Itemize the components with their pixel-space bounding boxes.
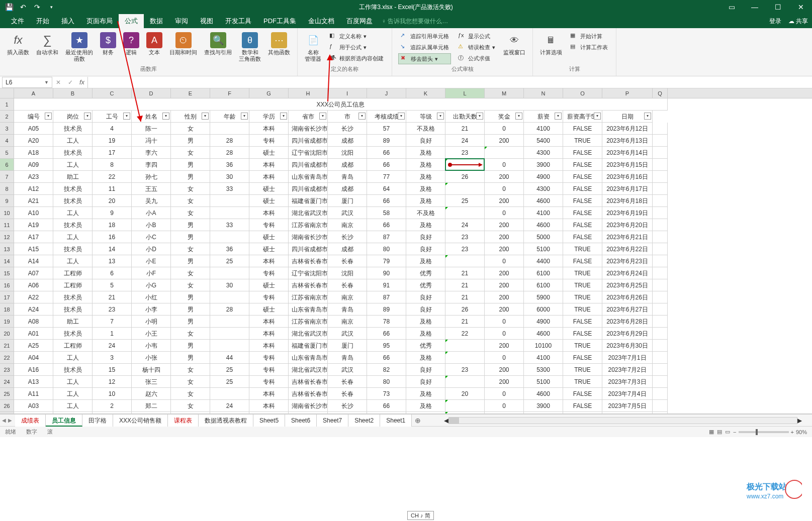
show-formulas-button[interactable]: ƒx显示公式 bbox=[456, 31, 497, 41]
data-cell[interactable]: 女 bbox=[171, 147, 210, 159]
filter-dropdown-icon[interactable]: ▾ bbox=[644, 113, 651, 120]
data-cell[interactable]: 及格 bbox=[406, 195, 445, 207]
data-cell[interactable]: 24 bbox=[445, 135, 485, 147]
data-cell[interactable]: 66 bbox=[367, 195, 406, 207]
data-cell[interactable]: 89 bbox=[367, 303, 406, 316]
data-cell[interactable]: 2023年7月4日 bbox=[602, 388, 653, 400]
data-cell[interactable] bbox=[445, 400, 485, 412]
data-cell[interactable]: 2023年6月17日 bbox=[602, 183, 653, 195]
data-cell[interactable] bbox=[485, 147, 524, 159]
data-cell[interactable]: 2023年7月3日 bbox=[602, 376, 653, 388]
data-cell[interactable]: 66 bbox=[367, 352, 406, 364]
data-cell[interactable]: 工人 bbox=[53, 159, 93, 171]
qat-more-icon[interactable]: ▾ bbox=[47, 3, 55, 11]
data-cell[interactable]: 男 bbox=[171, 135, 210, 147]
data-cell[interactable]: 2023年6月14日 bbox=[602, 147, 653, 159]
data-cell[interactable] bbox=[653, 352, 668, 364]
data-cell[interactable]: 技术员 bbox=[53, 183, 93, 195]
data-cell[interactable]: 4300 bbox=[524, 147, 563, 159]
row-header[interactable]: 8 bbox=[0, 183, 14, 195]
sheet-tab-数据透视表教程[interactable]: 数据透视表教程 bbox=[199, 414, 253, 427]
data-cell[interactable]: 孙七 bbox=[132, 171, 171, 183]
data-cell[interactable]: 95 bbox=[367, 340, 406, 352]
data-cell[interactable]: 江苏省南京市 bbox=[289, 291, 328, 303]
data-cell[interactable]: 5000 bbox=[524, 231, 563, 243]
data-cell[interactable]: 21 bbox=[93, 291, 132, 303]
data-cell[interactable]: 2023年6月15日 bbox=[602, 159, 653, 171]
data-cell[interactable]: FALSE bbox=[563, 388, 602, 400]
sheet-tab-课程表[interactable]: 课程表 bbox=[168, 414, 199, 427]
data-cell[interactable]: A11 bbox=[14, 388, 53, 400]
data-cell[interactable]: 青岛 bbox=[328, 352, 367, 364]
data-cell[interactable]: TRUE bbox=[563, 291, 602, 303]
filter-dropdown-icon[interactable]: ▾ bbox=[162, 113, 169, 120]
save-icon[interactable]: 💾 bbox=[5, 3, 13, 11]
data-cell[interactable]: 女 bbox=[171, 364, 210, 376]
col-header-C[interactable]: C bbox=[93, 88, 132, 98]
data-cell[interactable]: 及格 bbox=[406, 183, 445, 195]
data-cell[interactable] bbox=[653, 388, 668, 400]
data-cell[interactable]: 2023年6月29日 bbox=[602, 328, 653, 340]
data-cell[interactable]: 及格 bbox=[406, 316, 445, 328]
sheet-tab-成绩表[interactable]: 成绩表 bbox=[15, 414, 46, 427]
data-cell[interactable]: 小红 bbox=[132, 291, 171, 303]
data-cell[interactable]: 工人 bbox=[53, 135, 93, 147]
data-cell[interactable]: A18 bbox=[14, 147, 53, 159]
data-cell[interactable]: 30 bbox=[210, 279, 249, 291]
scroll-right-icon[interactable]: ▶ bbox=[797, 417, 802, 424]
data-cell[interactable]: 王五 bbox=[132, 183, 171, 195]
menu-tab-百度网盘[interactable]: 百度网盘 bbox=[340, 14, 379, 28]
data-cell[interactable]: A25 bbox=[14, 340, 53, 352]
data-cell[interactable]: 技术员 bbox=[53, 328, 93, 340]
data-cell[interactable]: 28 bbox=[210, 303, 249, 316]
data-cell[interactable]: 2023年6月30日 bbox=[602, 340, 653, 352]
data-cell[interactable]: 6100 bbox=[524, 279, 563, 291]
data-cell[interactable]: 25 bbox=[210, 364, 249, 376]
filter-dropdown-icon[interactable]: ▾ bbox=[241, 113, 248, 120]
data-cell[interactable]: 0 bbox=[485, 207, 524, 219]
data-cell[interactable]: 长春 bbox=[328, 388, 367, 400]
data-cell[interactable]: 5900 bbox=[524, 291, 563, 303]
data-cell[interactable]: 4600 bbox=[524, 195, 563, 207]
row-header[interactable]: 2 bbox=[0, 111, 14, 123]
data-cell[interactable] bbox=[445, 352, 485, 364]
data-cell[interactable]: 33 bbox=[210, 219, 249, 231]
data-cell[interactable]: 80 bbox=[367, 243, 406, 255]
row-header[interactable]: 14 bbox=[0, 255, 14, 267]
data-cell[interactable]: 女 bbox=[171, 400, 210, 412]
data-cell[interactable]: 64 bbox=[367, 183, 406, 195]
data-cell[interactable]: 2023年6月20日 bbox=[602, 219, 653, 231]
undo-icon[interactable]: ↶ bbox=[19, 3, 27, 11]
filter-dropdown-icon[interactable]: ▾ bbox=[45, 113, 52, 120]
data-cell[interactable]: 山东省青岛市 bbox=[289, 352, 328, 364]
data-cell[interactable]: FALSE bbox=[563, 219, 602, 231]
data-cell[interactable]: A13 bbox=[14, 376, 53, 388]
row-header[interactable]: 18 bbox=[0, 303, 14, 316]
row-header[interactable]: 24 bbox=[0, 376, 14, 388]
data-cell[interactable]: 5300 bbox=[524, 364, 563, 376]
data-cell[interactable]: FALSE bbox=[563, 195, 602, 207]
zoom-in-button[interactable]: + bbox=[791, 429, 794, 435]
data-cell[interactable]: 23 bbox=[93, 303, 132, 316]
data-cell[interactable]: 4100 bbox=[524, 207, 563, 219]
data-cell[interactable]: 82 bbox=[367, 364, 406, 376]
data-cell[interactable]: 77 bbox=[367, 171, 406, 183]
data-cell[interactable]: 成都 bbox=[328, 159, 367, 171]
data-cell[interactable]: 4600 bbox=[524, 388, 563, 400]
maximize-button[interactable]: ☐ bbox=[767, 0, 789, 14]
data-cell[interactable]: 及格 bbox=[406, 400, 445, 412]
data-cell[interactable] bbox=[653, 400, 668, 412]
data-cell[interactable]: 南京 bbox=[328, 316, 367, 328]
zoom-level[interactable]: 90% bbox=[796, 429, 807, 435]
col-header-G[interactable]: G bbox=[249, 88, 289, 98]
data-cell[interactable]: 辽宁省沈阳市 bbox=[289, 267, 328, 279]
filter-dropdown-icon[interactable]: ▾ bbox=[476, 113, 483, 120]
data-cell[interactable]: 女 bbox=[171, 376, 210, 388]
column-header-cell[interactable]: 市▾ bbox=[328, 111, 367, 123]
data-cell[interactable]: 男 bbox=[171, 303, 210, 316]
data-cell[interactable]: 小F bbox=[132, 267, 171, 279]
data-cell[interactable]: 良好 bbox=[406, 376, 445, 388]
sheet-nav-first-icon[interactable]: ◀ bbox=[2, 418, 6, 423]
sheet-tab-Sheet1[interactable]: Sheet1 bbox=[380, 414, 412, 427]
data-cell[interactable]: 武汉 bbox=[328, 328, 367, 340]
